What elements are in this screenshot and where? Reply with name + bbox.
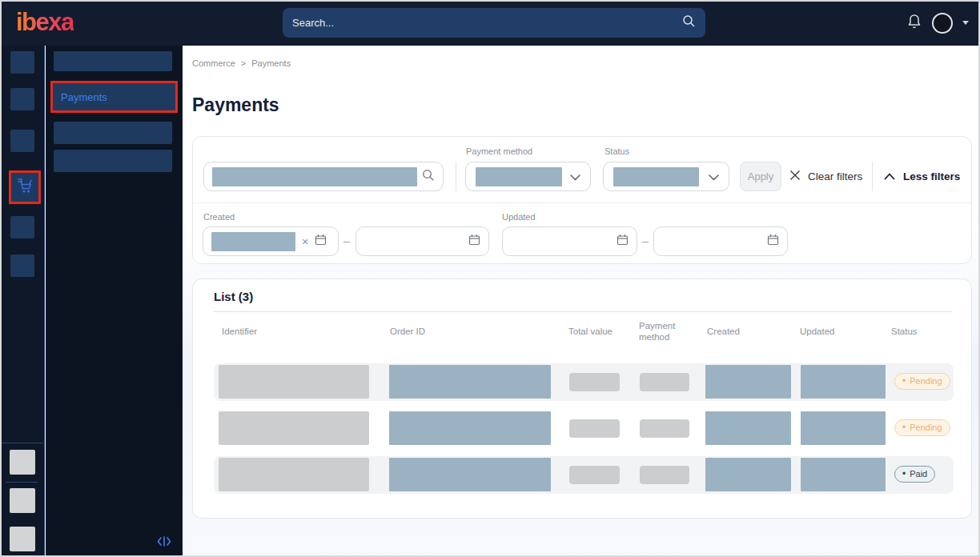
filter-divider	[872, 162, 873, 191]
breadcrumb-commerce[interactable]: Commerce	[192, 58, 235, 68]
breadcrumb-payments[interactable]: Payments	[251, 58, 291, 68]
cell-created-redacted	[705, 458, 791, 491]
payments-menu-item[interactable]: Payments	[50, 81, 178, 113]
calendar-icon[interactable]	[468, 234, 480, 249]
col-header-created: Created	[707, 326, 740, 337]
payment-method-label: Payment method	[466, 146, 532, 156]
menu-item-placeholder-2[interactable]	[54, 122, 172, 144]
rail-item-placeholder-4[interactable]	[10, 216, 34, 238]
rail-divider	[6, 482, 38, 483]
status-badge: • Pending	[894, 419, 950, 436]
cell-total-value-redacted	[569, 466, 620, 484]
filter-divider	[456, 162, 456, 191]
cell-payment-method-redacted	[640, 419, 689, 438]
cell-payment-method-redacted	[640, 373, 689, 391]
table-row[interactable]: • Pending	[214, 410, 954, 447]
close-icon	[789, 170, 801, 183]
page-title: Payments	[192, 94, 279, 116]
col-header-status: Status	[891, 326, 918, 337]
rail-item-placeholder-5[interactable]	[10, 254, 34, 277]
topbar: ibexa	[0, 0, 980, 46]
cell-payment-method-redacted	[640, 466, 689, 484]
global-search[interactable]	[283, 8, 705, 38]
cell-updated-redacted	[801, 365, 886, 399]
table-row[interactable]: • Paid	[214, 456, 954, 494]
menu-item-placeholder-1[interactable]	[54, 51, 172, 71]
apply-button[interactable]: Apply	[740, 162, 781, 191]
search-icon	[682, 14, 696, 31]
col-header-total-value: Total value	[568, 326, 612, 337]
chevron-down-icon	[570, 170, 580, 184]
calendar-icon[interactable]	[315, 234, 327, 249]
created-from-input[interactable]: ×	[203, 226, 339, 256]
created-label: Created	[203, 212, 235, 222]
calendar-icon[interactable]	[767, 234, 779, 249]
rail-bottom-item-3[interactable]	[10, 527, 35, 551]
date-range-separator: –	[642, 234, 649, 247]
user-avatar[interactable]	[932, 13, 953, 34]
cell-created-redacted	[705, 411, 791, 445]
status-badge: • Pending	[894, 373, 950, 390]
filter-search-input[interactable]	[203, 162, 444, 191]
list-title: List (3)	[214, 290, 253, 303]
redacted-payment-method-value	[476, 167, 562, 186]
less-filters-button[interactable]: Less filters	[884, 162, 960, 191]
rail-item-placeholder-2[interactable]	[10, 88, 34, 110]
user-menu-caret-icon[interactable]	[962, 21, 969, 25]
rail-item-placeholder-3[interactable]	[10, 130, 34, 152]
status-dot-icon: •	[902, 469, 906, 479]
less-filters-label: Less filters	[903, 170, 960, 182]
status-badge: • Paid	[894, 466, 935, 483]
cell-identifier-redacted	[219, 411, 369, 445]
main-content: Commerce>Payments Payments Payment metho…	[183, 46, 980, 557]
cell-updated-redacted	[801, 411, 886, 445]
rail-bottom-item-1[interactable]	[10, 450, 35, 475]
updated-from-input[interactable]	[502, 226, 637, 256]
chevron-up-icon	[884, 170, 895, 182]
rail-divider	[2, 443, 43, 443]
breadcrumb: Commerce>Payments	[192, 58, 291, 68]
redacted-created-from-value	[211, 232, 295, 251]
breadcrumb-separator: >	[241, 58, 246, 68]
app-window: ibexa	[0, 0, 980, 557]
cell-order-id-redacted	[389, 411, 551, 445]
payments-list-card: List (3) Identifier Order ID Total value…	[192, 278, 972, 519]
cell-order-id-redacted	[389, 365, 551, 399]
ibexa-logo[interactable]: ibexa	[16, 8, 74, 37]
cell-updated-redacted	[801, 458, 886, 491]
clear-filters-button[interactable]: Clear filters	[789, 162, 862, 191]
status-label: Paid	[910, 469, 927, 479]
status-dot-icon: •	[902, 376, 906, 386]
clear-date-icon[interactable]: ×	[302, 235, 308, 248]
cell-identifier-redacted	[219, 365, 369, 399]
payment-method-select[interactable]	[465, 162, 591, 191]
clear-filters-label: Clear filters	[808, 170, 862, 182]
bell-icon[interactable]	[906, 13, 922, 34]
filter-row-divider	[193, 202, 971, 203]
redacted-status-value	[613, 167, 699, 186]
status-filter-label: Status	[604, 146, 629, 156]
updated-label: Updated	[502, 212, 536, 222]
col-header-order-id: Order ID	[390, 326, 425, 337]
table-row[interactable]: • Pending	[214, 363, 954, 401]
list-divider	[214, 311, 952, 312]
cell-created-redacted	[705, 365, 791, 399]
main-icon-rail	[0, 46, 45, 557]
redacted-search-value	[212, 167, 417, 186]
global-search-input[interactable]	[292, 17, 682, 29]
cell-identifier-redacted	[219, 458, 369, 491]
status-select[interactable]	[603, 162, 729, 191]
updated-to-input[interactable]	[653, 226, 788, 256]
menu-item-placeholder-3[interactable]	[54, 150, 172, 172]
calendar-icon[interactable]	[617, 234, 629, 249]
created-to-input[interactable]	[355, 226, 489, 256]
search-icon[interactable]	[422, 169, 435, 185]
rail-bottom-item-2[interactable]	[10, 488, 35, 513]
rail-item-placeholder-1[interactable]	[10, 51, 34, 74]
status-label: Pending	[910, 423, 942, 432]
cell-total-value-redacted	[569, 419, 620, 438]
collapse-sidebar-icon[interactable]	[157, 535, 171, 551]
col-header-identifier: Identifier	[222, 326, 257, 337]
topbar-actions	[906, 0, 969, 46]
commerce-cart-rail-icon[interactable]	[9, 170, 41, 204]
